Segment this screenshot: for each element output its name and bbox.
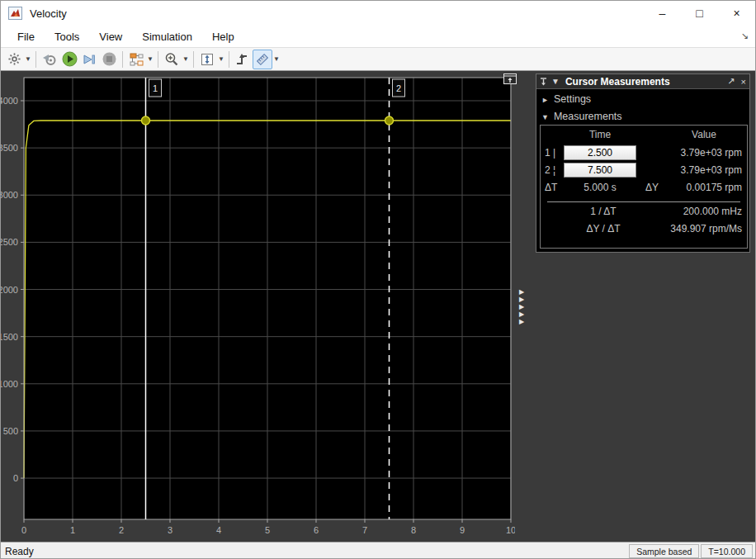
cursor-1-marker[interactable]	[142, 116, 150, 125]
y-tick-label: 2500	[1, 237, 18, 247]
splitter-arrow-icon: ▶	[519, 288, 524, 296]
dock-arrow-icon[interactable]: ↘	[741, 31, 749, 41]
cursor-1-flag-label: 1	[153, 83, 158, 93]
x-tick-label: 4	[216, 525, 221, 535]
col-header-value: Value	[666, 129, 742, 140]
window-title: Velocity	[30, 7, 67, 20]
y-tick-label: 1000	[1, 379, 18, 389]
menu-view[interactable]: View	[89, 27, 132, 46]
delta-t-value: 5.000 s	[562, 182, 638, 193]
cursor-measurements-panel: ▼ Cursor Measurements ↗ × ►Settings ▼Mea…	[536, 73, 750, 253]
cursor-measurements-icon[interactable]	[253, 50, 272, 69]
menu-bar: File Tools View Simulation Help ↘	[1, 26, 755, 48]
cursor-2-label: 2 ¦	[541, 164, 562, 176]
velocity-plot: 0123456789100500100015002000250030003500…	[1, 71, 515, 542]
close-button[interactable]: ×	[718, 1, 755, 26]
scope-main-area: 0123456789100500100015002000250030003500…	[1, 71, 756, 542]
y-tick-label: 500	[3, 426, 18, 436]
cursor-1-row: 1 | 3.79e+03 rpm	[541, 144, 747, 161]
delta-row: ΔT 5.000 s ΔY 0.00175 rpm	[541, 178, 747, 196]
run-icon[interactable]	[59, 50, 79, 69]
menu-tools[interactable]: Tools	[45, 27, 89, 46]
cursor-1-time-input[interactable]	[564, 145, 636, 160]
splitter-arrow-icon: ▶	[519, 318, 524, 325]
measurements-dropdown-caret[interactable]: ▼	[272, 55, 281, 63]
slope-value: 349.907 rpm/Ms	[666, 223, 742, 234]
settings-dropdown-caret[interactable]: ▼	[24, 55, 32, 63]
maximize-button[interactable]: □	[681, 1, 718, 26]
panel-header[interactable]: ▼ Cursor Measurements ↗ ×	[536, 74, 749, 89]
x-tick-label: 1	[70, 525, 75, 535]
x-tick-label: 3	[168, 525, 172, 535]
inverse-dt-label: 1 / ΔT	[541, 206, 666, 217]
toolbar-separator	[35, 51, 36, 68]
x-tick-label: 6	[314, 525, 319, 535]
title-bar: Velocity – □ ×	[1, 1, 755, 26]
panel-title: Cursor Measurements	[565, 76, 721, 88]
close-panel-icon[interactable]: ×	[741, 77, 746, 87]
toolbar: ▼ ▼	[1, 48, 755, 71]
pin-panel-icon[interactable]	[540, 78, 547, 86]
trigger-icon[interactable]	[233, 50, 253, 69]
cursor-1-label: 1 |	[541, 147, 562, 159]
status-sim-time: T=10.000	[701, 544, 753, 558]
step-forward-icon[interactable]	[79, 50, 99, 69]
splitter-arrow-icon: ▶	[519, 303, 524, 310]
undock-panel-icon[interactable]: ↗	[727, 76, 735, 87]
fit-to-view-icon[interactable]	[197, 50, 217, 69]
slope-row: ΔY / ΔT 349.907 rpm/Ms	[541, 220, 747, 237]
restore-panel-icon[interactable]	[503, 73, 517, 84]
slope-label: ΔY / ΔT	[541, 223, 666, 234]
inverse-dt-row: 1 / ΔT 200.000 mHz	[541, 202, 747, 220]
x-tick-label: 10	[506, 525, 515, 535]
measurements-section-toggle[interactable]: ▼Measurements	[536, 107, 749, 124]
x-tick-label: 2	[119, 525, 124, 535]
x-tick-label: 5	[265, 525, 270, 535]
measurements-table: Time Value 1 | 3.79e+03 rpm 2 ¦ 3.79e+03…	[540, 125, 748, 249]
cursor-2-time-input[interactable]	[564, 163, 636, 178]
x-tick-label: 8	[411, 525, 416, 535]
inverse-dt-value: 200.000 mHz	[666, 206, 742, 217]
fit-dropdown-caret[interactable]: ▼	[217, 55, 225, 63]
splitter-arrow-icon: ▶	[519, 296, 524, 303]
settings-gear-icon[interactable]	[4, 50, 24, 69]
y-tick-label: 4000	[1, 96, 18, 106]
y-tick-label: 2000	[1, 285, 18, 295]
minimize-button[interactable]: –	[644, 1, 681, 26]
toolbar-separator	[229, 51, 229, 68]
zoom-dropdown-caret[interactable]: ▼	[182, 55, 190, 63]
measurements-expanded-icon: ▼	[541, 113, 549, 121]
toolbar-separator	[122, 51, 123, 68]
cursor-2-marker[interactable]	[385, 116, 394, 125]
splitter-arrow-icon: ▶	[519, 310, 524, 318]
stop-icon[interactable]	[99, 50, 119, 69]
y-tick-label: 0	[13, 473, 18, 483]
x-tick-label: 9	[460, 525, 465, 535]
toolbar-separator	[158, 51, 158, 68]
y-tick-label: 1500	[1, 332, 18, 342]
col-header-time: Time	[562, 129, 638, 140]
cursor-2-flag-label: 2	[396, 83, 401, 93]
zoom-icon[interactable]	[162, 50, 182, 69]
menu-help[interactable]: Help	[202, 27, 244, 46]
x-tick-label: 7	[362, 525, 367, 535]
snapshot-dropdown-caret[interactable]: ▼	[146, 55, 154, 63]
settings-collapsed-icon: ►	[541, 96, 549, 104]
simulink-snapshot-icon[interactable]	[126, 50, 146, 69]
panel-splitter-handle[interactable]: ▶ ▶ ▶ ▶ ▶	[519, 288, 524, 325]
collapse-panel-icon[interactable]: ▼	[551, 77, 560, 86]
menu-simulation[interactable]: Simulation	[132, 27, 202, 46]
y-tick-label: 3500	[1, 143, 18, 153]
status-bar: Ready Sample based T=10.000	[1, 542, 755, 559]
toolbar-separator	[193, 51, 194, 68]
cursor-1-value: 3.79e+03 rpm	[666, 147, 742, 159]
settings-section-toggle[interactable]: ►Settings	[536, 89, 749, 107]
x-tick-label: 0	[21, 525, 26, 535]
delta-y-label: ΔY	[638, 182, 666, 193]
menu-file[interactable]: File	[7, 27, 45, 46]
status-text: Ready	[5, 546, 34, 557]
cursor-2-value: 3.79e+03 rpm	[666, 164, 742, 176]
status-sample-mode: Sample based	[629, 544, 699, 558]
step-back-icon[interactable]	[40, 50, 59, 69]
matlab-scope-icon	[8, 7, 22, 20]
